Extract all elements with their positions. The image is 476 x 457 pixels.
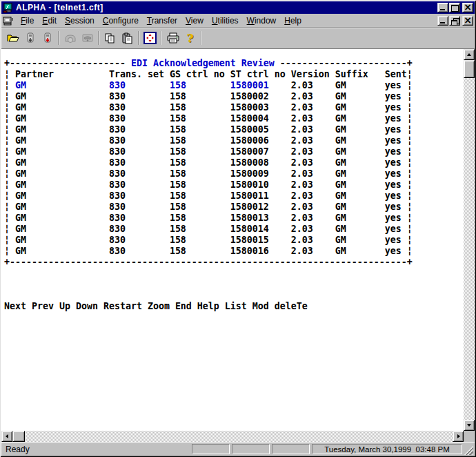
app-icon (3, 3, 14, 13)
terminal-text: +--------------------- EDI Acknowledgeme… (1, 49, 464, 312)
hangup-button[interactable] (79, 30, 96, 46)
toolbar-separator (161, 31, 162, 45)
status-datetime: Tuesday, March 30,1999 03:48 PM (312, 444, 462, 454)
status-bar: Ready Tuesday, March 30,1999 03:48 PM (1, 442, 475, 456)
horizontal-scrollbar[interactable] (1, 431, 464, 442)
connect-icon (25, 32, 36, 44)
status-panel (192, 444, 230, 454)
open-folder-icon (7, 32, 19, 43)
disconnect-button[interactable] (39, 30, 56, 46)
menu-item-window[interactable]: Window (243, 14, 281, 27)
toolbar: ? (1, 28, 475, 49)
menu-item-file[interactable]: File (17, 14, 38, 27)
scrollbar-corner (464, 431, 475, 442)
hangup-phone-icon (81, 32, 94, 43)
toolbar-separator (138, 31, 139, 45)
menu-item-configure[interactable]: Configure (99, 14, 143, 27)
window-title: ALPHA - [telnet1.cft] (16, 3, 437, 12)
menu-item-help[interactable]: Help (280, 14, 306, 27)
app-window: ALPHA - [telnet1.cft] FileEditSessionCon… (0, 0, 476, 457)
printer-icon (167, 32, 179, 43)
dial-phone-icon (64, 32, 77, 43)
status-panel (232, 444, 270, 454)
paste-icon (121, 32, 133, 44)
minimize-button[interactable] (437, 3, 448, 12)
menu-items: FileEditSessionConfigureTransferViewUtil… (17, 14, 437, 27)
status-panel (272, 444, 310, 454)
horizontal-scroll-thumb[interactable] (12, 431, 25, 442)
copy-button[interactable] (101, 30, 119, 46)
mdi-close-button[interactable] (462, 16, 473, 26)
maximize-button[interactable] (449, 3, 460, 12)
print-button[interactable] (164, 30, 181, 46)
dial-button[interactable] (61, 30, 79, 46)
right-arrow-icon (457, 434, 460, 438)
mdi-document-icon[interactable] (3, 16, 14, 26)
menu-item-transfer[interactable]: Transfer (143, 14, 181, 27)
scroll-left-button[interactable] (1, 431, 12, 442)
horizontal-scroll-track[interactable] (25, 431, 453, 442)
toolbar-separator (58, 31, 59, 45)
menu-item-edit[interactable]: Edit (38, 14, 61, 27)
status-text: Ready (3, 445, 190, 454)
menu-item-session[interactable]: Session (61, 14, 99, 27)
mdi-restore-button[interactable] (449, 16, 460, 26)
title-bar: ALPHA - [telnet1.cft] (1, 1, 475, 14)
scroll-down-button[interactable] (464, 420, 475, 431)
vertical-scroll-thumb[interactable] (464, 60, 475, 78)
mdi-minimize-button[interactable] (437, 16, 448, 26)
connect-button[interactable] (21, 30, 39, 46)
left-arrow-icon (6, 434, 8, 438)
open-session-button[interactable] (4, 30, 21, 46)
full-screen-icon (143, 32, 157, 44)
vertical-scroll-track[interactable] (464, 78, 475, 420)
scroll-up-button[interactable] (464, 49, 475, 60)
up-arrow-icon (467, 53, 471, 56)
terminal-screen[interactable]: +--------------------- EDI Acknowledgeme… (1, 49, 464, 431)
menu-bar: FileEditSessionConfigureTransferViewUtil… (1, 14, 475, 28)
full-screen-button[interactable] (141, 30, 159, 46)
close-button[interactable] (462, 3, 473, 12)
vertical-scrollbar[interactable] (464, 49, 475, 431)
disconnect-icon (42, 32, 53, 44)
scroll-right-button[interactable] (453, 431, 464, 442)
help-button[interactable]: ? (181, 30, 199, 46)
down-arrow-icon (467, 424, 471, 427)
copy-icon (104, 32, 116, 44)
menu-item-utilities[interactable]: Utilities (208, 14, 243, 27)
resize-grip[interactable] (464, 446, 473, 455)
menu-item-view[interactable]: View (181, 14, 208, 27)
paste-button[interactable] (119, 30, 136, 46)
help-icon: ? (187, 31, 194, 45)
toolbar-separator (98, 31, 99, 45)
toolbar-separator (201, 31, 202, 45)
